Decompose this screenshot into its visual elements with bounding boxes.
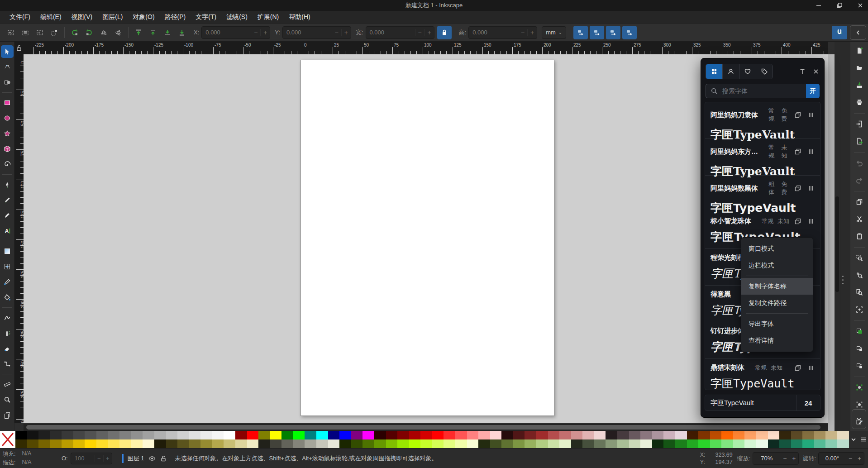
palette-swatch[interactable] [629,439,641,448]
layer-name[interactable]: 图层 1 [128,454,144,463]
palette-swatch[interactable] [409,431,421,439]
tool-dropper[interactable] [1,276,14,288]
tool-connector[interactable] [1,358,14,370]
palette-swatch[interactable] [490,439,502,448]
palette-swatch[interactable] [594,439,606,448]
palette-swatch[interactable] [293,439,305,448]
palette-swatch[interactable] [293,431,305,439]
command-zoom-fit[interactable] [853,303,866,316]
horizontal-scrollbar-thumb[interactable] [26,425,820,430]
palette-swatch[interactable] [27,439,39,448]
font-list-item[interactable]: 阿里妈妈东方…常规未知字匣TypeVault [705,139,820,176]
palette-swatch[interactable] [15,439,27,448]
vertical-ruler[interactable]: 0255075100125150175200225250275300 [14,54,24,423]
tool-spiral[interactable] [1,158,14,171]
font-variants-icon[interactable] [807,218,815,225]
rotation-increase-button[interactable]: + [855,455,864,462]
lower-button[interactable] [160,26,175,39]
palette-swatch[interactable] [710,439,722,448]
command-zoom-page[interactable] [853,286,866,299]
palette-menu-button[interactable] [860,436,867,443]
palette-swatch[interactable] [663,431,675,439]
palette-swatch[interactable] [536,431,548,439]
command-redo[interactable] [853,174,866,186]
palette-swatch[interactable] [594,431,606,439]
command-copy[interactable] [853,196,866,208]
command-import[interactable] [853,118,866,130]
palette-swatch[interactable] [62,439,73,448]
palette-swatch[interactable] [606,431,617,439]
palette-swatch[interactable] [779,431,791,439]
scale-corners-toggle[interactable] [590,26,604,39]
tool-node-editor[interactable] [1,61,14,73]
palette-swatch[interactable] [200,431,212,439]
sample-text-input[interactable]: 字匣TypeVault [705,399,796,407]
search-input[interactable] [721,87,791,95]
rotation-decrease-button[interactable]: − [846,455,855,462]
height-decrease-button[interactable]: − [518,29,527,36]
palette-swatch[interactable] [559,431,571,439]
palette-swatch[interactable] [501,431,513,439]
palette-swatch[interactable] [351,431,363,439]
palette-swatch[interactable] [73,431,85,439]
palette-swatch[interactable] [478,431,490,439]
palette-swatch[interactable] [212,431,224,439]
palette-swatch[interactable] [177,431,189,439]
tool-text[interactable]: A [1,224,14,237]
palette-swatch[interactable] [733,431,745,439]
width-increase-button[interactable]: + [424,29,434,36]
palette-swatch[interactable] [548,431,560,439]
panel-tab-tag[interactable] [756,64,773,79]
palette-swatch[interactable] [455,431,467,439]
tool-box-3d[interactable] [1,143,14,155]
font-list-item[interactable]: 阿里妈妈数黑体粗体免费字匣TypeVault [705,176,820,212]
palette-swatch[interactable] [73,439,85,448]
palette-swatch[interactable] [316,431,328,439]
palette-swatch[interactable] [432,431,444,439]
zoom-increase-button[interactable]: + [789,455,798,462]
palette-swatch[interactable] [351,439,363,448]
palette-swatch[interactable] [50,431,62,439]
palette-swatch[interactable] [328,439,340,448]
font-size-field[interactable]: 24 [796,395,820,411]
width-decrease-button[interactable]: − [415,29,424,36]
palette-swatch[interactable] [687,439,699,448]
palette-swatch[interactable] [663,439,675,448]
opacity-field[interactable]: 100 − + [71,453,112,464]
palette-swatch[interactable] [270,439,282,448]
select-all-button[interactable] [4,26,18,39]
tool-rectangle[interactable] [1,96,14,109]
palette-swatch[interactable] [617,431,629,439]
palette-swatch[interactable] [582,439,594,448]
dock-scrollbar-thumb[interactable] [835,196,839,292]
palette-swatch[interactable] [247,431,259,439]
y-increase-button[interactable]: + [341,29,351,36]
ruler-corner[interactable] [14,42,24,54]
palette-swatch[interactable] [467,431,479,439]
palette-swatch[interactable] [154,431,166,439]
search-button[interactable]: 开 [806,84,820,98]
lock-ratio-button[interactable] [437,26,452,39]
menu-item[interactable]: 帮助(H) [284,11,315,23]
palette-swatch[interactable] [224,439,235,448]
palette-swatch[interactable] [328,431,340,439]
palette-swatch[interactable] [525,439,536,448]
select-same-button[interactable] [47,26,62,39]
raise-button[interactable] [146,26,160,39]
font-variants-icon[interactable] [807,364,815,372]
palette-swatch[interactable] [490,431,502,439]
opacity-decrease-button[interactable]: − [95,455,103,462]
lower-bottom-button[interactable] [175,26,189,39]
tool-tweak[interactable] [1,311,14,324]
copy-font-icon[interactable] [794,218,801,225]
command-cut[interactable] [853,213,866,225]
context-menu-item[interactable]: 复制文件路径 [741,295,813,311]
copy-font-icon[interactable] [794,111,801,119]
menu-item[interactable]: 滤镜(S) [221,11,253,23]
palette-swatch[interactable] [409,439,421,448]
search-box[interactable] [706,84,806,98]
palette-swatch[interactable] [768,431,780,439]
palette-swatch[interactable] [444,431,455,439]
command-zoom-drawing[interactable] [853,269,866,282]
zoom-decrease-button[interactable]: − [780,455,789,462]
